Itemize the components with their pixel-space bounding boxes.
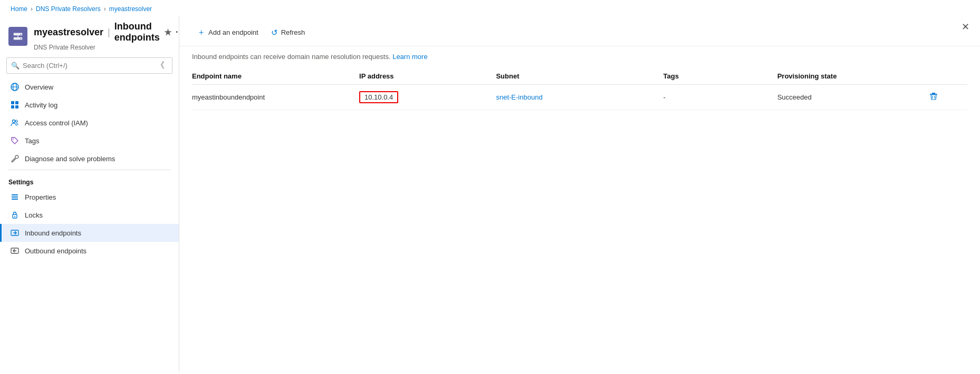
- main-content: ✕ ＋ Add an endpoint ↺ Refresh Inbound en…: [179, 16, 980, 372]
- collapse-sidebar-button[interactable]: 《: [153, 60, 168, 71]
- col-header-tags: Tags: [664, 67, 777, 85]
- cell-actions: [929, 85, 967, 110]
- sidebar-item-tags-label: Tags: [25, 137, 39, 145]
- main-toolbar: ＋ Add an endpoint ↺ Refresh: [179, 16, 980, 46]
- bars-icon: [10, 192, 20, 202]
- sidebar-item-properties[interactable]: Properties: [0, 188, 179, 206]
- tag-icon: [10, 136, 20, 145]
- activity-icon: [10, 100, 20, 110]
- sidebar-item-diagnose-label: Diagnose and solve problems: [25, 155, 115, 163]
- table-row: myeastinboundendpoint 10.10.0.4 snet-E-i…: [192, 85, 967, 110]
- info-text: Inbound endpoints can receive domain nam…: [192, 53, 391, 61]
- sidebar-item-inbound-endpoints-label: Inbound endpoints: [25, 229, 81, 237]
- svg-rect-10: [11, 105, 14, 109]
- svg-point-12: [13, 120, 15, 123]
- svg-rect-8: [11, 101, 14, 104]
- resource-title-row: myeastresolver | Inbound endpoints ★ ···: [34, 21, 179, 43]
- sidebar-item-activity-log-label: Activity log: [25, 101, 57, 109]
- cell-subnet: snet-E-inbound: [496, 85, 663, 110]
- add-endpoint-label: Add an endpoint: [208, 28, 258, 36]
- sidebar-item-outbound-endpoints-label: Outbound endpoints: [25, 247, 87, 255]
- resource-title-block: myeastresolver | Inbound endpoints ★ ···…: [34, 21, 179, 51]
- breadcrumb-resolver[interactable]: myeastresolver: [109, 5, 152, 13]
- col-header-actions: [929, 67, 967, 85]
- svg-rect-3: [21, 38, 22, 39]
- add-icon: ＋: [197, 27, 205, 37]
- endpoints-table: Endpoint name IP address Subnet Tags Pro…: [192, 67, 967, 110]
- svg-rect-2: [21, 34, 22, 35]
- sidebar-item-access-control-label: Access control (IAM): [25, 119, 88, 127]
- info-bar: Inbound endpoints can receive domain nam…: [179, 46, 980, 67]
- resource-subtitle: DNS Private Resolver: [34, 44, 179, 51]
- sidebar-item-locks[interactable]: Locks: [0, 206, 179, 224]
- svg-rect-17: [12, 199, 18, 200]
- ip-address-highlighted: 10.10.0.4: [359, 91, 398, 103]
- learn-more-link[interactable]: Learn more: [392, 53, 427, 61]
- close-button[interactable]: ✕: [962, 22, 969, 32]
- more-options-button[interactable]: ···: [176, 27, 179, 38]
- svg-rect-24: [932, 93, 935, 94]
- svg-point-19: [14, 216, 15, 217]
- dns-resolver-icon: [12, 31, 24, 42]
- breadcrumb: Home › DNS Private Resolvers › myeastres…: [0, 0, 980, 16]
- sidebar-item-diagnose[interactable]: Diagnose and solve problems: [0, 150, 179, 168]
- svg-rect-15: [12, 194, 18, 195]
- globe-icon: [10, 82, 20, 92]
- resource-icon: [8, 27, 27, 46]
- sidebar-item-outbound-endpoints[interactable]: Outbound endpoints: [0, 242, 179, 260]
- settings-section-label: Settings: [0, 172, 179, 188]
- svg-rect-25: [930, 94, 937, 95]
- breadcrumb-dns-resolvers[interactable]: DNS Private Resolvers: [36, 5, 101, 13]
- page-title: Inbound endpoints: [114, 21, 160, 43]
- svg-rect-16: [12, 196, 18, 198]
- search-icon: 🔍: [11, 62, 20, 70]
- refresh-icon: ↺: [271, 28, 278, 37]
- search-box[interactable]: 🔍 《: [6, 57, 172, 74]
- col-header-endpoint-name: Endpoint name: [192, 67, 359, 85]
- settings-divider: [8, 170, 170, 170]
- cell-provisioning-state: Succeeded: [777, 85, 929, 110]
- svg-point-14: [13, 139, 14, 140]
- table-container: Endpoint name IP address Subnet Tags Pro…: [179, 67, 980, 110]
- wrench-icon: [10, 154, 20, 163]
- sidebar-item-activity-log[interactable]: Activity log: [0, 96, 179, 114]
- table-header-row: Endpoint name IP address Subnet Tags Pro…: [192, 67, 967, 85]
- sidebar-item-tags[interactable]: Tags: [0, 132, 179, 150]
- breadcrumb-home[interactable]: Home: [11, 5, 27, 13]
- lock-icon: [10, 210, 20, 220]
- people-icon: [10, 118, 20, 127]
- delete-button[interactable]: [929, 93, 938, 102]
- add-endpoint-button[interactable]: ＋ Add an endpoint: [192, 24, 266, 41]
- sidebar-item-locks-label: Locks: [25, 211, 43, 219]
- col-header-subnet: Subnet: [496, 67, 663, 85]
- resource-name: myeastresolver: [34, 27, 103, 38]
- refresh-button[interactable]: ↺ Refresh: [266, 25, 313, 41]
- sidebar-header: myeastresolver | Inbound endpoints ★ ···…: [0, 16, 179, 57]
- refresh-label: Refresh: [281, 28, 305, 36]
- svg-rect-11: [15, 105, 18, 109]
- inbound-icon: [10, 228, 20, 238]
- outbound-icon: [10, 246, 20, 255]
- col-header-ip-address: IP address: [359, 67, 496, 85]
- sidebar-item-inbound-endpoints[interactable]: Inbound endpoints: [0, 224, 179, 242]
- svg-point-13: [15, 120, 17, 122]
- sidebar-item-properties-label: Properties: [25, 193, 56, 201]
- cell-ip-address: 10.10.0.4: [359, 85, 496, 110]
- col-header-provisioning-state: Provisioning state: [777, 67, 929, 85]
- sidebar: myeastresolver | Inbound endpoints ★ ···…: [0, 16, 179, 372]
- subnet-link[interactable]: snet-E-inbound: [496, 93, 542, 101]
- cell-tags: -: [664, 85, 777, 110]
- favorite-star[interactable]: ★: [164, 27, 171, 37]
- sidebar-item-overview[interactable]: Overview: [0, 78, 179, 96]
- sidebar-item-overview-label: Overview: [25, 83, 53, 91]
- search-input[interactable]: [23, 62, 150, 70]
- cell-endpoint-name: myeastinboundendpoint: [192, 85, 359, 110]
- svg-rect-9: [15, 101, 18, 104]
- sidebar-item-access-control[interactable]: Access control (IAM): [0, 114, 179, 132]
